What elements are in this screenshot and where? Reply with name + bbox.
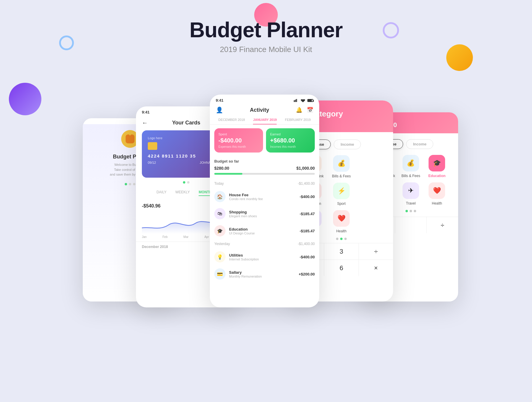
back-button[interactable]: ←: [142, 119, 148, 126]
tx-shopping-desc: Elegant men shoes: [229, 214, 296, 218]
screen-activity: 9:41 👤 Activity 🔔 📅 DECEMBER 2018 JANUAR…: [210, 95, 319, 307]
s5-num-empty: [395, 217, 426, 233]
tab-dec[interactable]: DECEMBER 2018: [218, 118, 245, 124]
profile-icon[interactable]: 👤: [216, 106, 223, 114]
time-2: 9:41: [142, 110, 150, 114]
tx-salary-name: Sallary: [229, 270, 295, 275]
page-header: Budget Planner 2019 Finance Mobile UI Ki…: [0, 0, 532, 54]
today-total: -$1,400.00: [298, 181, 315, 186]
yesterday-header: Yesterday -$1,400.00: [210, 239, 319, 248]
num-div[interactable]: ÷: [359, 243, 393, 260]
deco-circle-dark-purple: [9, 83, 41, 115]
s5-income-tab[interactable]: Income: [406, 139, 433, 149]
cat-health[interactable]: ❤️ Health: [330, 210, 353, 233]
s5-cat-education[interactable]: 🎓 Education: [426, 155, 448, 178]
card-expiry: 09/12: [148, 161, 156, 164]
month-apr: Apr: [204, 235, 209, 239]
budget-total: $1,000.00: [296, 166, 315, 171]
s5-cat-travel-icon: ✈: [403, 182, 419, 199]
month-jan: Jan: [142, 235, 147, 239]
screens-container: Budget Plann Welcome to Budget PTake con…: [89, 83, 443, 349]
tx-utilities-icon: 💡: [214, 251, 226, 262]
s5-cat-travel-label: Travel: [406, 201, 416, 205]
tx-utilities-info: Utilities Internet Subscription: [229, 253, 296, 261]
time-3: 9:41: [216, 98, 223, 103]
card-dot-2: [187, 181, 189, 184]
yesterday-label: Yesterday: [214, 242, 230, 246]
num-mul[interactable]: ×: [359, 260, 393, 276]
earned-sub: Incomes this month: [270, 145, 311, 148]
earned-amount: +$680.00: [270, 137, 311, 144]
progress-bar: [214, 173, 315, 175]
spent-amount: -$400.00: [218, 137, 259, 144]
tx-utilities-amount: -$400.00: [300, 255, 315, 259]
transactions-list: Today -$1,400.00 🏠 House Fee Condo rent …: [210, 178, 319, 284]
tx-salary[interactable]: 💳 Sallary Monthly Remuneration +$200.00: [210, 265, 319, 283]
status-bar-3: 9:41: [210, 95, 319, 105]
svg-rect-7: [296, 99, 297, 102]
yesterday-total: -$1,400.00: [298, 242, 315, 246]
tx-house-name: House Fee: [229, 193, 296, 197]
tx-education-desc: UI Design Course: [229, 231, 296, 235]
month-mar: Mar: [184, 235, 189, 239]
spent-sub: Expenses this month: [218, 145, 259, 148]
s5-cat-education-icon: 🎓: [429, 155, 445, 171]
cat-sport-label: Sport: [337, 202, 346, 206]
progress-fill: [214, 173, 242, 175]
tx-shopping-info: Shopping Elegant men shoes: [229, 210, 296, 218]
tx-education-amount: -$185.47: [300, 229, 315, 233]
tx-shopping-name: Shopping: [229, 210, 296, 214]
activity-nav: 👤 Activity 🔔 📅: [210, 105, 319, 116]
cat-health-label: Health: [336, 229, 347, 233]
today-label: Today: [214, 181, 224, 186]
tx-house[interactable]: 🏠 House Fee Condo rent monthly fee -$400…: [210, 188, 319, 205]
tab-feb[interactable]: FEBRUARY 2019: [285, 118, 311, 124]
s5-cat-bills[interactable]: 💰 Bills & Fees: [400, 155, 421, 178]
tx-house-icon: 🏠: [214, 191, 226, 202]
tab-jan[interactable]: JANUARY 2019: [253, 118, 277, 124]
month-feb: Feb: [163, 235, 168, 239]
tx-education-icon: 🎓: [214, 225, 226, 236]
page-subtitle: 2019 Finance Mobile UI Kit: [0, 45, 532, 54]
tx-utilities-desc: Internet Subscription: [229, 257, 296, 261]
earned-label: Earned: [270, 132, 311, 136]
tx-education[interactable]: 🎓 Education UI Design Course -$185.47: [210, 222, 319, 239]
tx-house-info: House Fee Condo rent monthly fee: [229, 193, 296, 201]
cat-bills[interactable]: 💰 Bills & Fees: [330, 155, 353, 178]
budget-section: Budget so far $280.00 $1,000.00: [210, 156, 319, 178]
income-tab[interactable]: Income: [334, 140, 361, 149]
s5-cat-education-label: Education: [428, 174, 445, 178]
budget-label: Budget so far: [214, 159, 315, 163]
tx-utilities[interactable]: 💡 Utilities Internet Subscription -$400.…: [210, 248, 319, 265]
bell-icon[interactable]: 🔔: [296, 107, 302, 113]
s5-num-div[interactable]: ÷: [427, 217, 458, 233]
cards-title: Your Cards: [172, 120, 200, 126]
tx-salary-amount: +$200.00: [299, 272, 315, 276]
budget-current: $280.00: [214, 166, 229, 171]
tab-weekly[interactable]: WEEKLY: [175, 190, 190, 196]
nav-icons: 🔔 📅: [296, 107, 313, 113]
spent-card: Spent -$400.00 Expenses this month: [214, 128, 263, 153]
num-6[interactable]: 6: [324, 260, 359, 276]
svg-rect-5: [294, 100, 295, 102]
month-tabs: DECEMBER 2018 JANUARY 2019 FEBRUARY 2019: [210, 116, 319, 125]
tx-house-amount: -$400.00: [300, 194, 315, 199]
card-dot-1: [183, 181, 185, 184]
num-3[interactable]: 3: [324, 243, 359, 260]
earned-card: Earned +$680.00 Incomes this month: [266, 128, 315, 153]
tx-shopping[interactable]: 🛍 Shopping Elegant men shoes -$185.47: [210, 205, 319, 222]
s5-cat-travel[interactable]: ✈ Travel: [400, 182, 421, 205]
tab-daily[interactable]: DAILY: [156, 190, 166, 196]
page-title: Budget Planner: [0, 18, 532, 42]
tx-salary-icon: 💳: [214, 268, 226, 280]
card-chip: [148, 142, 157, 150]
calendar-icon[interactable]: 📅: [307, 107, 313, 113]
cat-bills-label: Bills & Fees: [332, 174, 351, 178]
summary-cards: Spent -$400.00 Expenses this month Earne…: [210, 125, 319, 156]
s5-cat-health[interactable]: ❤️ Health: [426, 182, 448, 205]
s5-cat-health-label: Health: [432, 201, 442, 205]
battery-icon-3: [307, 99, 313, 102]
tx-shopping-icon: 🛍: [214, 208, 226, 219]
cat-sport[interactable]: ⚡ Sport: [330, 183, 353, 206]
activity-title: Activity: [250, 107, 269, 113]
